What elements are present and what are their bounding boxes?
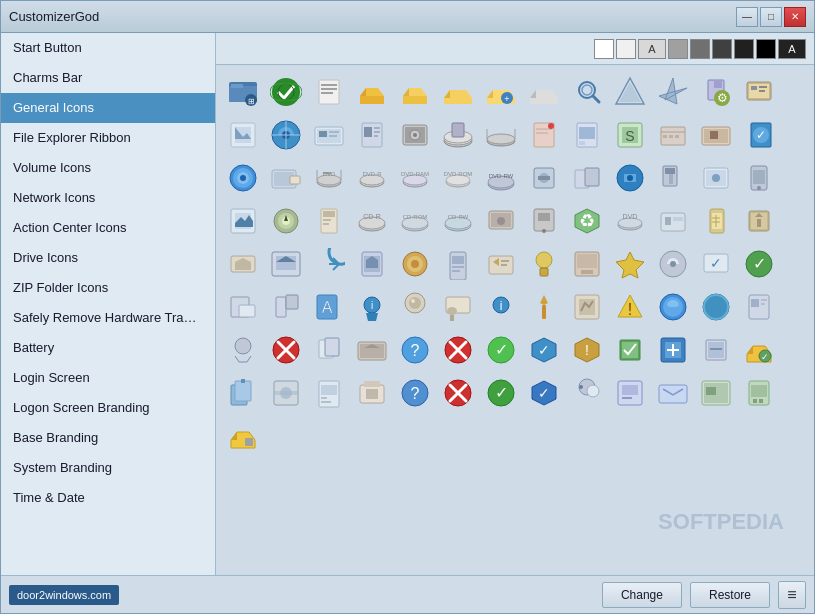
- sidebar-item-logon-screen-branding[interactable]: Logon Screen Branding: [1, 393, 215, 423]
- icon-cell[interactable]: [222, 157, 264, 199]
- icon-cell[interactable]: [738, 157, 780, 199]
- icon-cell[interactable]: DVD: [308, 157, 350, 199]
- icon-cell[interactable]: [308, 114, 350, 156]
- sidebar-item-battery[interactable]: Battery: [1, 333, 215, 363]
- icon-cell[interactable]: ✓: [738, 114, 780, 156]
- icon-cell[interactable]: [265, 71, 307, 113]
- icon-cell[interactable]: [738, 286, 780, 328]
- icon-cell[interactable]: ✓: [738, 243, 780, 285]
- icon-cell[interactable]: [652, 71, 694, 113]
- icon-cell[interactable]: i: [351, 286, 393, 328]
- icon-cell[interactable]: ?: [394, 329, 436, 371]
- icon-cell[interactable]: [523, 200, 565, 242]
- icon-cell[interactable]: [652, 200, 694, 242]
- icon-cell[interactable]: ?: [394, 372, 436, 414]
- color-swatch-dark[interactable]: [712, 39, 732, 59]
- icon-cell[interactable]: [265, 286, 307, 328]
- icon-cell[interactable]: +: [480, 71, 522, 113]
- icon-cell[interactable]: [566, 243, 608, 285]
- sidebar-item-network-icons[interactable]: Network Icons: [1, 183, 215, 213]
- sidebar-item-base-branding[interactable]: Base Branding: [1, 423, 215, 453]
- icon-cell[interactable]: [652, 157, 694, 199]
- icon-cell[interactable]: CD-R: [351, 200, 393, 242]
- icon-cell[interactable]: DVD-RW: [480, 157, 522, 199]
- icon-cell[interactable]: DVD-ROM: [437, 157, 479, 199]
- icon-cell[interactable]: CD-RW: [437, 200, 479, 242]
- icon-cell[interactable]: [308, 329, 350, 371]
- icon-cell[interactable]: [652, 372, 694, 414]
- icon-cell[interactable]: [738, 71, 780, 113]
- color-swatch-mid2[interactable]: [690, 39, 710, 59]
- icon-cell[interactable]: [652, 114, 694, 156]
- icon-cell[interactable]: [308, 71, 350, 113]
- icon-cell[interactable]: [437, 71, 479, 113]
- color-swatch-darker[interactable]: [734, 39, 754, 59]
- icon-cell[interactable]: i: [480, 286, 522, 328]
- icon-cell[interactable]: [222, 286, 264, 328]
- icon-cell[interactable]: [609, 71, 651, 113]
- icon-cell[interactable]: [480, 200, 522, 242]
- icon-cell[interactable]: CD-ROM: [394, 200, 436, 242]
- icon-cell[interactable]: [480, 243, 522, 285]
- icon-cell[interactable]: DVD-RAM: [394, 157, 436, 199]
- icon-cell[interactable]: [652, 243, 694, 285]
- icon-cell[interactable]: [695, 114, 737, 156]
- icon-cell[interactable]: [351, 243, 393, 285]
- icon-cell[interactable]: ✓: [523, 329, 565, 371]
- restore-button[interactable]: Restore: [690, 582, 770, 608]
- icon-cell[interactable]: ✓: [738, 329, 780, 371]
- change-button[interactable]: Change: [602, 582, 682, 608]
- sidebar-item-file-explorer-ribbon[interactable]: File Explorer Ribbon: [1, 123, 215, 153]
- icon-cell[interactable]: ✓: [480, 329, 522, 371]
- icon-cell[interactable]: [222, 415, 264, 457]
- icon-cell[interactable]: [351, 71, 393, 113]
- icon-cell[interactable]: [523, 286, 565, 328]
- icon-cell[interactable]: [738, 372, 780, 414]
- icon-cell[interactable]: ✓: [523, 372, 565, 414]
- sidebar-item-zip-folder-icons[interactable]: ZIP Folder Icons: [1, 273, 215, 303]
- icon-cell[interactable]: [609, 329, 651, 371]
- icon-cell[interactable]: [222, 243, 264, 285]
- icon-cell[interactable]: AA: [308, 286, 350, 328]
- sidebar-item-system-branding[interactable]: System Branding: [1, 453, 215, 483]
- menu-button[interactable]: ≡: [778, 581, 806, 609]
- icon-cell[interactable]: ✓: [480, 372, 522, 414]
- color-swatch-light[interactable]: [616, 39, 636, 59]
- icon-cell[interactable]: [566, 286, 608, 328]
- icon-cell[interactable]: [437, 114, 479, 156]
- icon-cell[interactable]: S: [609, 114, 651, 156]
- icon-cell[interactable]: [695, 329, 737, 371]
- sidebar-item-login-screen[interactable]: Login Screen: [1, 363, 215, 393]
- icon-cell[interactable]: [265, 200, 307, 242]
- sidebar-item-action-center-icons[interactable]: Action Center Icons: [1, 213, 215, 243]
- icon-cell[interactable]: [351, 372, 393, 414]
- icon-cell[interactable]: [222, 329, 264, 371]
- icon-cell[interactable]: [652, 329, 694, 371]
- icon-cell[interactable]: [738, 200, 780, 242]
- close-button[interactable]: ✕: [784, 7, 806, 27]
- sidebar-item-safely-remove[interactable]: Safely Remove Hardware Tray Icon: [1, 303, 215, 333]
- icon-cell[interactable]: [308, 372, 350, 414]
- icon-cell[interactable]: ⊞: [222, 71, 264, 113]
- icon-grid-area[interactable]: SOFTPEDIA ⊞: [216, 65, 814, 575]
- icon-cell[interactable]: DVD: [609, 200, 651, 242]
- color-swatch-black[interactable]: [756, 39, 776, 59]
- icon-cell[interactable]: [308, 243, 350, 285]
- sidebar-item-charms-bar[interactable]: Charms Bar: [1, 63, 215, 93]
- icon-cell[interactable]: [265, 372, 307, 414]
- icon-cell[interactable]: [351, 329, 393, 371]
- icon-cell[interactable]: DVD-R: [351, 157, 393, 199]
- icon-cell[interactable]: ⚙: [695, 71, 737, 113]
- sidebar-item-general-icons[interactable]: General Icons: [1, 93, 215, 123]
- icon-cell[interactable]: [265, 243, 307, 285]
- color-swatch-mid1[interactable]: [668, 39, 688, 59]
- icon-cell[interactable]: [609, 157, 651, 199]
- icon-cell[interactable]: [394, 114, 436, 156]
- maximize-button[interactable]: □: [760, 7, 782, 27]
- icon-cell[interactable]: [695, 157, 737, 199]
- sidebar-item-start-button[interactable]: Start Button: [1, 33, 215, 63]
- icon-cell[interactable]: [437, 286, 479, 328]
- icon-cell[interactable]: ♻: [566, 200, 608, 242]
- icon-cell[interactable]: [566, 372, 608, 414]
- icon-cell[interactable]: [695, 372, 737, 414]
